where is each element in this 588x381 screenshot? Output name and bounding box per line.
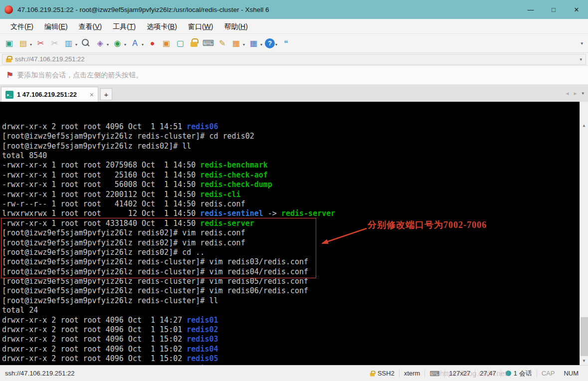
menu-item-4[interactable]: 工具(T) — [107, 19, 141, 34]
terminal-line: drwxr-xr-x 2 root root 4096 Oct 1 15:01 … — [2, 325, 588, 335]
font-icon[interactable]: A — [129, 37, 141, 49]
tab-close-icon[interactable]: × — [85, 91, 94, 99]
layout-vertical-dropdown-icon[interactable]: ▾ — [260, 42, 262, 47]
highlight-sets-dropdown-icon[interactable]: ▾ — [107, 42, 109, 47]
terminal-line: [root@izwz9ef5sjam9pvfyiz26lz redis-clus… — [2, 257, 588, 267]
compose-pen-icon[interactable]: ✎ — [216, 37, 228, 49]
terminal-text-run: -rwxr-xr-x 1 root root 4331840 Oct 1 14:… — [2, 219, 200, 228]
tab-scroll-left-icon[interactable]: ◂ — [566, 90, 569, 97]
terminal-line: total 24 — [2, 306, 588, 315]
tab-nav: ◂ ▸ ▾ — [566, 85, 588, 102]
toolbar-overflow-icon[interactable]: ▾ — [581, 41, 583, 46]
layout-vertical-icon[interactable]: ▦ — [247, 37, 260, 49]
scrollbar-up-icon[interactable]: ▲ — [580, 121, 588, 130]
xshell-app-icon — [4, 5, 13, 14]
feedback-icon[interactable]: ❝ — [280, 37, 292, 49]
terminal-text-run: [root@izwz9ef5sjam9pvfyiz26lz redis-clus… — [2, 132, 254, 141]
quick-command-icon[interactable]: ▣ — [160, 37, 173, 49]
proxy-globe-icon[interactable]: ◉ — [111, 37, 124, 49]
terminal-text-run: drwxr-xr-x 2 root root 4096 Oct 1 15:01 — [2, 325, 187, 334]
minimize-button[interactable]: — — [519, 0, 542, 19]
terminal-line: -rwxr-xr-x 1 root root 2200112 Oct 1 14:… — [2, 190, 588, 199]
session-manager-dropdown-icon[interactable]: ▾ — [75, 42, 77, 47]
terminal-text-run: [root@izwz9ef5sjam9pvfyiz26lz redis-clus… — [2, 277, 308, 286]
status-keyboard[interactable]: ⌨ — [425, 370, 444, 378]
font-dropdown-icon[interactable]: ▾ — [142, 42, 144, 47]
terminal-line: -rwxr-xr-x 1 root root 2075968 Oct 1 14:… — [2, 161, 588, 170]
terminal-tab-icon: ▸_ — [5, 91, 13, 99]
menu-item-7[interactable]: 帮助(H) — [218, 19, 253, 34]
terminal-text-run: redis-sentinel — [200, 209, 263, 218]
menu-item-6[interactable]: 窗口(W) — [183, 19, 219, 34]
ssh-lock-icon — [370, 373, 375, 376]
close-button[interactable]: ✕ — [565, 0, 588, 19]
window-controls: — □ ✕ — [519, 0, 588, 19]
layout-horizontal-dropdown-icon[interactable]: ▾ — [243, 42, 245, 47]
menu-item-5[interactable]: 选项卡(B) — [141, 19, 183, 34]
terminal-line: -rwxr-xr-x 1 root root 25160 Oct 1 14:50… — [2, 171, 588, 180]
session-count-label: 1 会话 — [514, 369, 532, 378]
terminal-text-run: total 24 — [2, 306, 38, 315]
titlebar: 47.106.219.251:22 - root@izwz9ef5sjam9pv… — [0, 0, 588, 19]
status-bar: ssh://47.106.219.251:22 SSH2 xterm ⌨ 127… — [0, 365, 588, 381]
terminal-text-run: lrwxrwxrwx 1 root root 12 Oct 1 14:50 — [2, 209, 200, 218]
menu-item-1[interactable]: 文件(F) — [5, 19, 39, 34]
terminal-text-run: drwxr-xr-x 2 root root 4096 Oct 1 15:02 — [2, 354, 187, 363]
terminal-scrollbar[interactable]: ▲ ▼ — [580, 102, 588, 365]
tab-menu-icon[interactable]: ▾ — [582, 91, 584, 96]
status-caps-lock: CAP — [537, 370, 560, 377]
address-dropdown-icon[interactable]: ▾ — [580, 57, 582, 62]
status-sessions[interactable]: 1 会话 — [501, 369, 537, 378]
xshell-window: 47.106.219.251:22 - root@izwz9ef5sjam9pv… — [0, 0, 588, 381]
menu-item-2[interactable]: 编辑(E) — [39, 19, 73, 34]
disconnect-icon[interactable]: ✂ — [34, 37, 47, 49]
terminal-text-run: redis-cli — [200, 190, 240, 199]
scrollbar-thumb[interactable] — [581, 317, 588, 356]
terminal-text-run: total 8540 — [2, 151, 47, 160]
virtual-keyboard-icon[interactable]: ⌨ — [202, 37, 214, 49]
terminal-text-run: -> — [263, 209, 281, 218]
search-icon[interactable] — [80, 37, 92, 49]
status-terminal-type[interactable]: xterm — [399, 370, 425, 377]
terminal-line: [root@izwz9ef5sjam9pvfyiz26lz redis-clus… — [2, 132, 588, 141]
terminal-line: [root@izwz9ef5sjam9pvfyiz26lz redis02]# … — [2, 238, 588, 248]
terminal-line: -rwxr-xr-x 1 root root 4331840 Oct 1 14:… — [2, 219, 588, 228]
open-folder-icon[interactable]: ▤ — [17, 37, 29, 49]
status-num-lock: NUM — [559, 370, 583, 377]
terminal-line: [root@izwz9ef5sjam9pvfyiz26lz redis-clus… — [2, 286, 588, 296]
open-folder-dropdown-icon[interactable]: ▾ — [30, 42, 32, 47]
maximize-button[interactable]: □ — [542, 0, 565, 19]
record-icon[interactable]: ● — [146, 37, 159, 49]
layout-horizontal-icon[interactable]: ▦ — [230, 37, 242, 49]
address-input[interactable]: ssh://47.106.219.251:22 — [15, 55, 576, 63]
terminal-line: drwxr-xr-x 2 root root 4096 Oct 1 15:02 … — [2, 354, 588, 364]
lock-icon[interactable] — [188, 37, 200, 49]
terminal-text-run: [root@izwz9ef5sjam9pvfyiz26lz redis02]# … — [2, 238, 245, 247]
fullscreen-icon[interactable]: ▢ — [174, 37, 187, 49]
new-session-icon[interactable]: ▣ — [3, 37, 15, 49]
menu-item-3[interactable]: 查看(V) — [73, 19, 108, 34]
session-tab[interactable]: ▸_ 1 47.106.219.251:22 × — [1, 87, 98, 102]
help-dropdown-icon[interactable]: ▾ — [275, 42, 277, 47]
proxy-globe-dropdown-icon[interactable]: ▾ — [124, 42, 126, 47]
address-field[interactable]: ssh://47.106.219.251:22 ▾ — [2, 54, 586, 65]
terminal-line: [root@izwz9ef5sjam9pvfyiz26lz redis-clus… — [2, 267, 588, 277]
toolbar: ▣▤▾✂✂▥▾◈▾◉▾A▾●▣▢⌨✎▦▾▦▾?▾❝▾ — [0, 34, 588, 53]
terminal[interactable]: drwxr-xr-x 2 root root 4096 Oct 1 14:51 … — [0, 102, 588, 365]
terminal-text-run: -rwxr-xr-x 1 root root 56008 Oct 1 14:50 — [2, 180, 200, 189]
scrollbar-down-icon[interactable]: ▼ — [580, 357, 588, 365]
tab-scroll-right-icon[interactable]: ▸ — [574, 90, 577, 97]
terminal-text-run: drwxr-xr-x 2 root root 4096 Oct 1 15:02 — [2, 364, 187, 365]
terminal-text-run: redis-server — [281, 209, 335, 218]
window-title: 47.106.219.251:22 - root@izwz9ef5sjam9pv… — [17, 6, 269, 13]
help-icon[interactable]: ? — [265, 38, 275, 48]
terminal-line: -rwxr-xr-x 1 root root 56008 Oct 1 14:50… — [2, 180, 588, 190]
session-manager-icon[interactable]: ▥ — [62, 37, 75, 49]
new-tab-button[interactable]: + — [100, 88, 112, 100]
terminal-line: drwxr-xr-x 2 root root 4096 Oct 1 15:02 … — [2, 345, 588, 354]
terminal-text-run: [root@izwz9ef5sjam9pvfyiz26lz redis-clus… — [2, 286, 308, 295]
terminal-output: drwxr-xr-x 2 root root 4096 Oct 1 14:51 … — [2, 122, 588, 365]
highlight-sets-icon[interactable]: ◈ — [94, 37, 106, 49]
info-bar-text: 要添加当前会话，点击左侧的箭头按钮。 — [17, 71, 143, 80]
reconnect-icon[interactable]: ✂ — [48, 37, 61, 49]
